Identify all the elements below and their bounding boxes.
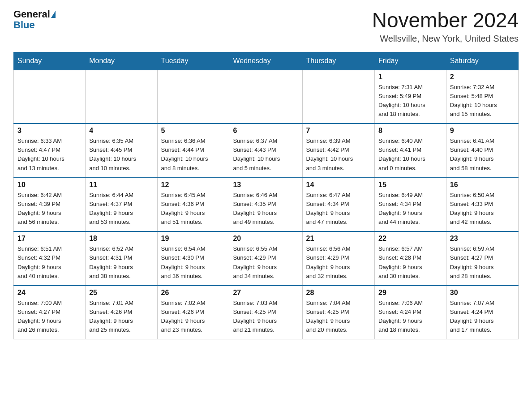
calendar-cell: 9Sunrise: 6:41 AM Sunset: 4:40 PM Daylig… <box>446 124 518 178</box>
calendar-cell: 6Sunrise: 6:37 AM Sunset: 4:43 PM Daylig… <box>229 124 302 178</box>
week-row-1: 1Sunrise: 7:31 AM Sunset: 5:49 PM Daylig… <box>14 70 519 124</box>
calendar-cell: 22Sunrise: 6:57 AM Sunset: 4:28 PM Dayli… <box>375 231 446 286</box>
day-info: Sunrise: 6:41 AM Sunset: 4:40 PM Dayligh… <box>450 137 515 173</box>
calendar-cell <box>302 70 374 124</box>
day-number: 20 <box>233 235 298 243</box>
day-number: 4 <box>89 127 153 135</box>
day-info: Sunrise: 6:57 AM Sunset: 4:28 PM Dayligh… <box>378 244 442 281</box>
week-row-4: 17Sunrise: 6:51 AM Sunset: 4:32 PM Dayli… <box>14 231 519 286</box>
day-info: Sunrise: 6:37 AM Sunset: 4:43 PM Dayligh… <box>233 137 298 173</box>
day-number: 19 <box>161 235 226 243</box>
weekday-header-monday: Monday <box>86 52 157 70</box>
calendar-cell: 13Sunrise: 6:46 AM Sunset: 4:35 PM Dayli… <box>229 178 302 232</box>
day-info: Sunrise: 6:35 AM Sunset: 4:45 PM Dayligh… <box>89 137 153 173</box>
day-info: Sunrise: 6:33 AM Sunset: 4:47 PM Dayligh… <box>17 137 82 173</box>
day-info: Sunrise: 6:47 AM Sunset: 4:34 PM Dayligh… <box>306 191 371 227</box>
day-number: 16 <box>450 181 515 189</box>
calendar-cell: 7Sunrise: 6:39 AM Sunset: 4:42 PM Daylig… <box>302 124 374 178</box>
week-row-3: 10Sunrise: 6:42 AM Sunset: 4:39 PM Dayli… <box>14 178 519 232</box>
day-info: Sunrise: 6:55 AM Sunset: 4:29 PM Dayligh… <box>233 244 298 281</box>
day-number: 3 <box>17 127 82 135</box>
day-number: 21 <box>306 235 371 243</box>
day-number: 29 <box>378 289 442 297</box>
weekday-header-thursday: Thursday <box>302 52 374 70</box>
calendar-cell: 21Sunrise: 6:56 AM Sunset: 4:29 PM Dayli… <box>302 231 374 286</box>
calendar-cell: 10Sunrise: 6:42 AM Sunset: 4:39 PM Dayli… <box>14 178 86 232</box>
day-info: Sunrise: 6:42 AM Sunset: 4:39 PM Dayligh… <box>17 191 82 227</box>
week-row-2: 3Sunrise: 6:33 AM Sunset: 4:47 PM Daylig… <box>14 124 519 178</box>
calendar-cell: 8Sunrise: 6:40 AM Sunset: 4:41 PM Daylig… <box>375 124 446 178</box>
day-info: Sunrise: 6:44 AM Sunset: 4:37 PM Dayligh… <box>89 191 153 227</box>
day-number: 12 <box>161 181 226 189</box>
calendar-cell <box>14 70 86 124</box>
day-info: Sunrise: 6:39 AM Sunset: 4:42 PM Dayligh… <box>306 137 371 173</box>
weekday-header-tuesday: Tuesday <box>157 52 229 70</box>
day-info: Sunrise: 6:36 AM Sunset: 4:44 PM Dayligh… <box>161 137 226 173</box>
day-info: Sunrise: 6:56 AM Sunset: 4:29 PM Dayligh… <box>306 244 371 281</box>
day-info: Sunrise: 7:04 AM Sunset: 4:25 PM Dayligh… <box>306 299 371 335</box>
day-number: 15 <box>378 181 442 189</box>
calendar-cell: 26Sunrise: 7:02 AM Sunset: 4:26 PM Dayli… <box>157 286 229 339</box>
day-number: 24 <box>17 289 82 297</box>
day-number: 22 <box>378 235 442 243</box>
calendar-cell: 11Sunrise: 6:44 AM Sunset: 4:37 PM Dayli… <box>86 178 157 232</box>
day-number: 14 <box>306 181 371 189</box>
calendar-cell: 15Sunrise: 6:49 AM Sunset: 4:34 PM Dayli… <box>375 178 446 232</box>
day-number: 11 <box>89 181 153 189</box>
day-info: Sunrise: 6:50 AM Sunset: 4:33 PM Dayligh… <box>450 191 515 227</box>
day-number: 8 <box>378 127 442 135</box>
title-area: November 2024 Wellsville, New York, Unit… <box>372 9 519 44</box>
calendar-cell <box>229 70 302 124</box>
calendar-cell: 28Sunrise: 7:04 AM Sunset: 4:25 PM Dayli… <box>302 286 374 339</box>
day-number: 18 <box>89 235 153 243</box>
day-info: Sunrise: 7:32 AM Sunset: 5:48 PM Dayligh… <box>450 83 515 119</box>
calendar-cell: 20Sunrise: 6:55 AM Sunset: 4:29 PM Dayli… <box>229 231 302 286</box>
day-number: 1 <box>378 73 442 81</box>
day-info: Sunrise: 6:59 AM Sunset: 4:27 PM Dayligh… <box>450 244 515 281</box>
logo-blue: Blue <box>13 19 35 30</box>
day-number: 30 <box>450 289 515 297</box>
day-info: Sunrise: 6:46 AM Sunset: 4:35 PM Dayligh… <box>233 191 298 227</box>
day-info: Sunrise: 7:07 AM Sunset: 4:24 PM Dayligh… <box>450 299 515 335</box>
day-number: 25 <box>89 289 153 297</box>
location-title: Wellsville, New York, United States <box>372 34 519 44</box>
day-info: Sunrise: 7:01 AM Sunset: 4:26 PM Dayligh… <box>89 299 153 335</box>
calendar-cell: 30Sunrise: 7:07 AM Sunset: 4:24 PM Dayli… <box>446 286 518 339</box>
day-info: Sunrise: 7:00 AM Sunset: 4:27 PM Dayligh… <box>17 299 82 335</box>
day-number: 28 <box>306 289 371 297</box>
day-number: 10 <box>17 181 82 189</box>
day-info: Sunrise: 7:02 AM Sunset: 4:26 PM Dayligh… <box>161 299 226 335</box>
calendar-cell <box>157 70 229 124</box>
calendar-table: SundayMondayTuesdayWednesdayThursdayFrid… <box>13 52 519 340</box>
day-info: Sunrise: 7:06 AM Sunset: 4:24 PM Dayligh… <box>378 299 442 335</box>
day-number: 9 <box>450 127 515 135</box>
calendar-cell: 24Sunrise: 7:00 AM Sunset: 4:27 PM Dayli… <box>14 286 86 339</box>
calendar-cell: 5Sunrise: 6:36 AM Sunset: 4:44 PM Daylig… <box>157 124 229 178</box>
calendar-cell: 2Sunrise: 7:32 AM Sunset: 5:48 PM Daylig… <box>446 70 518 124</box>
month-title: November 2024 <box>372 9 519 32</box>
day-number: 7 <box>306 127 371 135</box>
day-number: 17 <box>17 235 82 243</box>
calendar-cell: 27Sunrise: 7:03 AM Sunset: 4:25 PM Dayli… <box>229 286 302 339</box>
calendar-cell: 14Sunrise: 6:47 AM Sunset: 4:34 PM Dayli… <box>302 178 374 232</box>
day-info: Sunrise: 6:49 AM Sunset: 4:34 PM Dayligh… <box>378 191 442 227</box>
weekday-header-friday: Friday <box>375 52 446 70</box>
calendar-cell: 4Sunrise: 6:35 AM Sunset: 4:45 PM Daylig… <box>86 124 157 178</box>
calendar-cell: 12Sunrise: 6:45 AM Sunset: 4:36 PM Dayli… <box>157 178 229 232</box>
calendar-cell: 17Sunrise: 6:51 AM Sunset: 4:32 PM Dayli… <box>14 231 86 286</box>
day-number: 13 <box>233 181 298 189</box>
calendar-cell: 19Sunrise: 6:54 AM Sunset: 4:30 PM Dayli… <box>157 231 229 286</box>
logo-triangle-icon <box>51 11 56 18</box>
day-info: Sunrise: 6:54 AM Sunset: 4:30 PM Dayligh… <box>161 244 226 281</box>
calendar-cell: 25Sunrise: 7:01 AM Sunset: 4:26 PM Dayli… <box>86 286 157 339</box>
day-info: Sunrise: 7:03 AM Sunset: 4:25 PM Dayligh… <box>233 299 298 335</box>
day-number: 5 <box>161 127 226 135</box>
header: General Blue November 2024 Wellsville, N… <box>13 9 519 44</box>
weekday-header-row: SundayMondayTuesdayWednesdayThursdayFrid… <box>14 52 519 70</box>
day-info: Sunrise: 6:52 AM Sunset: 4:31 PM Dayligh… <box>89 244 153 281</box>
day-info: Sunrise: 7:31 AM Sunset: 5:49 PM Dayligh… <box>378 83 442 119</box>
day-info: Sunrise: 6:51 AM Sunset: 4:32 PM Dayligh… <box>17 244 82 281</box>
calendar-cell: 3Sunrise: 6:33 AM Sunset: 4:47 PM Daylig… <box>14 124 86 178</box>
day-number: 23 <box>450 235 515 243</box>
calendar-cell: 16Sunrise: 6:50 AM Sunset: 4:33 PM Dayli… <box>446 178 518 232</box>
